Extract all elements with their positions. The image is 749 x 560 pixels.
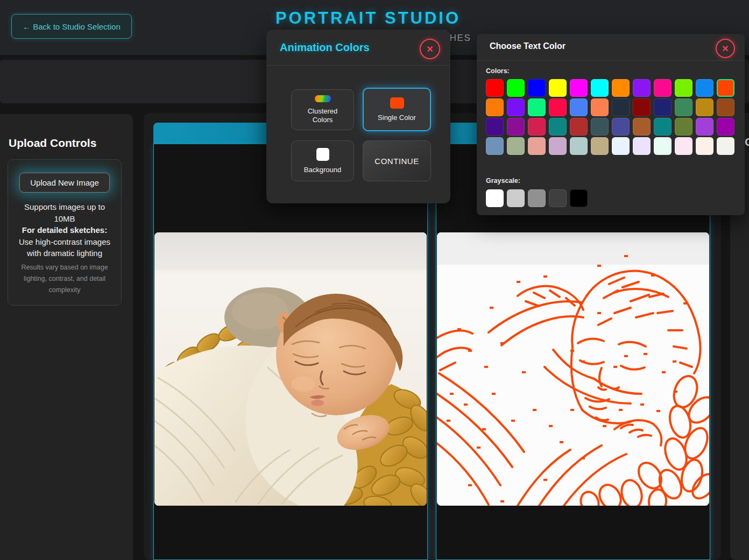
color-swatch[interactable] [570,118,588,136]
grayscale-grid [486,189,588,207]
right-edge-text-fragment: C [745,136,749,148]
page-title: PORTRAIT STUDIO [0,9,736,28]
close-icon[interactable]: ✕ [420,39,440,59]
single-color-label: Single Color [378,114,416,122]
continue-button[interactable]: CONTINUE [363,140,431,181]
background-swatch-icon [316,148,329,161]
close-icon[interactable]: ✕ [716,39,735,58]
clustered-colors-label: Clustered Colors [297,107,348,124]
color-swatch[interactable] [549,137,567,155]
color-swatch[interactable] [654,137,672,155]
color-swatch[interactable] [549,118,567,136]
color-swatch[interactable] [612,118,630,136]
grayscale-swatch[interactable] [528,189,546,207]
sidebar-title: Upload Controls [9,137,96,150]
upload-note-text: Results vary based on image lighting, co… [14,262,115,296]
color-grid [486,79,734,155]
clustered-colors-icon [315,95,331,102]
grayscale-swatch[interactable] [549,189,567,207]
color-swatch[interactable] [675,98,693,116]
upload-info-bold: For detailed sketches: [22,225,107,235]
color-swatch[interactable] [507,137,525,155]
color-swatch[interactable] [507,118,525,136]
upload-card: Upload New Image Supports images up to 1… [8,159,122,306]
color-swatch[interactable] [717,79,734,97]
color-swatch[interactable] [591,79,609,97]
color-swatch[interactable] [654,98,672,116]
color-swatch[interactable] [717,118,734,136]
color-swatch[interactable] [696,98,713,116]
grayscale-label: Grayscale: [486,177,520,185]
upload-info-rest: Use high-contrast images with dramatic l… [19,237,110,258]
sketch-image [437,232,709,506]
colors-label: Colors: [486,67,510,75]
sketch-illustration [437,232,709,506]
color-swatch[interactable] [570,137,588,155]
background-label: Background [304,166,341,174]
color-swatch[interactable] [675,118,693,136]
color-swatch[interactable] [633,98,651,116]
color-swatch[interactable] [591,137,609,155]
color-swatch[interactable] [675,137,693,155]
color-swatch[interactable] [633,79,651,97]
original-photo-illustration [154,232,427,506]
color-swatch[interactable] [696,79,713,97]
upload-new-image-button[interactable]: Upload New Image [19,173,110,193]
color-swatch[interactable] [528,118,546,136]
color-swatch[interactable] [549,79,567,97]
portrait-studio-app: ← Back to Studio Selection PORTRAIT STUD… [0,0,749,560]
original-photo [154,232,427,506]
single-color-option[interactable]: Single Color [363,88,431,131]
color-swatch[interactable] [633,137,651,155]
upload-info-line2: For detailed sketches: Use high-contrast… [14,224,115,259]
color-swatch[interactable] [528,98,546,116]
color-swatch[interactable] [570,79,588,97]
color-swatch[interactable] [486,118,504,136]
animation-colors-modal: Animation Colors ✕ Clustered Colors Sing… [266,30,450,203]
upload-info-line1: Supports images up to 10MB [14,201,115,224]
color-swatch[interactable] [486,137,504,155]
color-swatch[interactable] [507,79,525,97]
upload-controls-sidebar: Upload Controls Upload New Image Support… [0,114,133,560]
color-swatch[interactable] [717,137,734,155]
color-swatch[interactable] [654,79,672,97]
color-swatch[interactable] [486,79,504,97]
color-swatch[interactable] [696,137,713,155]
grayscale-swatch[interactable] [570,189,588,207]
clustered-colors-option[interactable]: Clustered Colors [291,89,354,130]
color-swatch[interactable] [528,137,546,155]
color-swatch[interactable] [633,118,651,136]
color-swatch[interactable] [591,98,609,116]
color-swatch[interactable] [696,118,713,136]
color-swatch[interactable] [507,98,525,116]
color-swatch[interactable] [486,98,504,116]
color-swatch[interactable] [549,98,567,116]
choose-text-color-modal-header: Choose Text Color ✕ [477,34,745,61]
color-swatch[interactable] [654,118,672,136]
choose-text-color-title: Choose Text Color [490,41,566,51]
color-swatch[interactable] [570,98,588,116]
animation-colors-modal-header: Animation Colors ✕ [266,30,450,66]
background-option[interactable]: Background [291,140,354,181]
color-swatch[interactable] [675,79,693,97]
color-swatch[interactable] [591,118,609,136]
color-swatch[interactable] [612,137,630,155]
color-swatch[interactable] [528,79,546,97]
color-swatch[interactable] [612,98,630,116]
upload-info-text: Supports images up to 10MB For detailed … [14,201,115,259]
single-color-swatch-icon [390,97,404,109]
animation-colors-title: Animation Colors [280,41,370,54]
choose-text-color-modal: Choose Text Color ✕ Colors: Grayscale: [477,34,745,215]
grayscale-swatch[interactable] [507,189,525,207]
color-swatch[interactable] [717,98,734,116]
grayscale-swatch[interactable] [486,189,504,207]
color-swatch[interactable] [612,79,630,97]
